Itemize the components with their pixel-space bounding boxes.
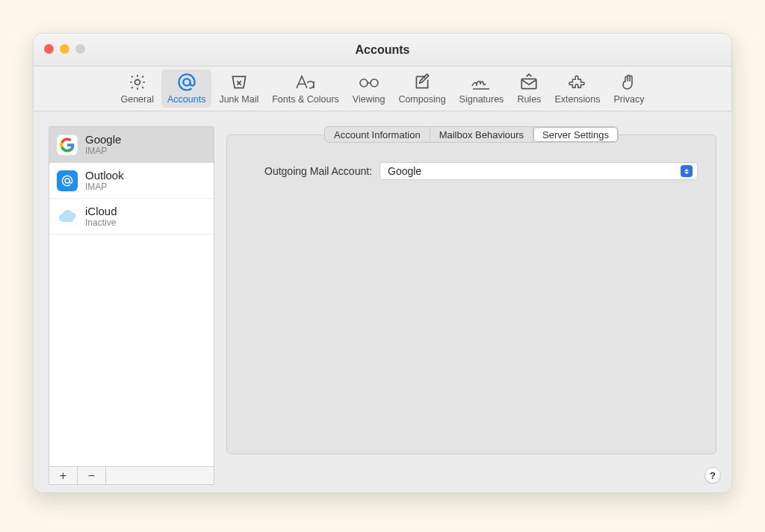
outlook-icon <box>57 170 78 191</box>
google-icon <box>57 134 78 155</box>
tab-general-label: General <box>120 94 153 105</box>
svg-point-0 <box>134 80 140 85</box>
cloud-icon <box>57 206 78 227</box>
tab-general[interactable]: General <box>114 69 159 108</box>
preferences-toolbar: General Accounts Junk Mail <box>34 66 731 111</box>
sidebar-footer-spacer <box>106 467 214 484</box>
outgoing-account-row: Outgoing Mail Account: Google <box>245 162 698 180</box>
tab-fonts-label: Fonts & Colours <box>272 94 339 105</box>
signature-icon <box>470 72 492 92</box>
tab-accounts-label: Accounts <box>167 94 205 105</box>
tab-junk-mail[interactable]: Junk Mail <box>213 69 264 108</box>
puzzle-icon <box>568 72 587 92</box>
account-subtitle: IMAP <box>85 182 124 192</box>
tab-viewing[interactable]: Viewing <box>347 69 391 108</box>
minimize-window-button[interactable] <box>60 44 69 54</box>
tab-composing[interactable]: Composing <box>392 69 451 108</box>
account-subtitle: IMAP <box>85 146 121 156</box>
help-button[interactable]: ? <box>704 467 721 483</box>
detail-tabs: Account Information Mailbox Behaviours S… <box>226 126 716 143</box>
compose-icon <box>412 72 432 92</box>
hand-icon <box>620 72 638 92</box>
tab-rules-label: Rules <box>517 94 541 105</box>
svg-point-3 <box>371 79 378 87</box>
window-title: Accounts <box>34 43 731 57</box>
tab-privacy[interactable]: Privacy <box>608 69 651 108</box>
tab-signatures-label: Signatures <box>459 94 504 105</box>
svg-point-5 <box>65 179 69 183</box>
sidebar-spacer <box>49 235 214 466</box>
fonts-icon <box>294 72 318 92</box>
account-name: Outlook <box>85 169 124 182</box>
tab-extensions-label: Extensions <box>554 94 600 105</box>
tab-fonts-colours[interactable]: Fonts & Colours <box>266 69 345 108</box>
server-settings-panel: Outgoing Mail Account: Google <box>226 134 716 454</box>
segmented-control: Account Information Mailbox Behaviours S… <box>324 126 619 143</box>
tab-viewing-label: Viewing <box>353 94 385 105</box>
tab-signatures[interactable]: Signatures <box>453 69 510 108</box>
svg-point-2 <box>360 79 368 87</box>
account-name: Google <box>85 133 121 146</box>
titlebar: Accounts <box>34 34 731 66</box>
content-area: Google IMAP Outlook IMAP <box>34 111 731 492</box>
tab-privacy-label: Privacy <box>614 94 645 105</box>
preferences-window: Accounts General Accounts <box>33 33 732 493</box>
account-row-outlook[interactable]: Outlook IMAP <box>49 163 214 199</box>
tab-account-information[interactable]: Account Information <box>325 127 430 142</box>
tab-mailbox-behaviours[interactable]: Mailbox Behaviours <box>430 127 533 142</box>
account-name: iCloud <box>85 205 117 217</box>
account-detail-pane: Account Information Mailbox Behaviours S… <box>226 126 716 485</box>
outgoing-account-select[interactable]: Google <box>380 162 698 180</box>
svg-rect-4 <box>522 79 537 89</box>
at-sign-icon <box>176 72 197 92</box>
svg-point-1 <box>183 78 190 85</box>
tab-accounts[interactable]: Accounts <box>161 69 211 108</box>
add-account-button[interactable]: + <box>49 467 78 484</box>
gear-icon <box>128 72 147 92</box>
tab-extensions[interactable]: Extensions <box>548 69 606 108</box>
window-controls <box>44 44 85 54</box>
tab-composing-label: Composing <box>398 94 445 105</box>
tab-junk-label: Junk Mail <box>219 94 258 105</box>
rules-envelope-icon <box>519 72 539 92</box>
glasses-icon <box>357 72 381 92</box>
account-row-google[interactable]: Google IMAP <box>49 127 214 163</box>
accounts-sidebar: Google IMAP Outlook IMAP <box>49 126 214 485</box>
zoom-window-button[interactable] <box>75 44 85 54</box>
tab-rules[interactable]: Rules <box>511 69 547 108</box>
select-stepper-icon <box>681 165 693 177</box>
outgoing-account-label: Outgoing Mail Account: <box>245 165 372 177</box>
tab-server-settings[interactable]: Server Settings <box>533 127 618 142</box>
account-subtitle: Inactive <box>85 217 117 228</box>
remove-account-button[interactable]: − <box>78 467 106 484</box>
outgoing-account-value: Google <box>388 165 421 177</box>
junk-bin-icon <box>229 72 249 92</box>
sidebar-footer: + − <box>49 466 214 484</box>
close-window-button[interactable] <box>44 44 54 54</box>
account-row-icloud[interactable]: iCloud Inactive <box>49 199 214 235</box>
